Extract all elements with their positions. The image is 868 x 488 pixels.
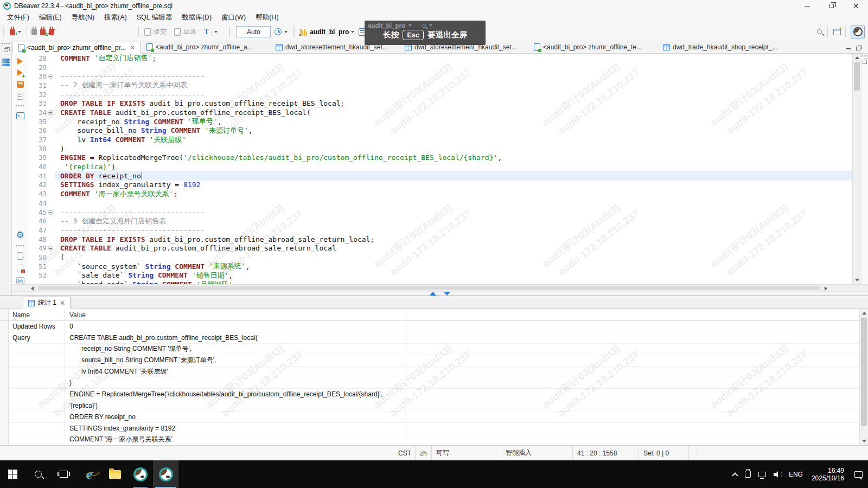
- grid-row[interactable]: ORDER BY receipt_no: [0, 412, 859, 423]
- fold-collapse-icon[interactable]: [48, 210, 53, 215]
- file-explorer-button[interactable]: [102, 460, 127, 488]
- fold-collapse-icon[interactable]: [48, 74, 53, 79]
- editor-vertical-scrollbar[interactable]: [852, 54, 861, 284]
- commit-icon[interactable]: [144, 28, 151, 36]
- start-button[interactable]: [0, 460, 25, 488]
- scrollbar-thumb[interactable]: [38, 286, 820, 290]
- minimize-button[interactable]: [795, 0, 819, 12]
- language-indicator[interactable]: ENG: [785, 460, 807, 488]
- column-header-name[interactable]: Name: [9, 309, 65, 320]
- minimize-editor-icon[interactable]: [846, 48, 851, 49]
- scroll-down-arrow[interactable]: [862, 440, 866, 442]
- network-tray-icon[interactable]: [755, 460, 770, 488]
- scroll-up-arrow[interactable]: [862, 312, 866, 314]
- connection-selector[interactable]: audit_bi_pro: [310, 28, 349, 36]
- editor-tab-1[interactable]: <audit_bi_pro> zhumr_offline_a...: [141, 41, 270, 53]
- execute-statement-icon[interactable]: [17, 58, 23, 65]
- grid-row[interactable]: Updated Rows0: [0, 321, 859, 332]
- grid-row[interactable]: source_bill_no String COMMENT '来源订单号',: [0, 355, 859, 367]
- export-script-icon[interactable]: [17, 252, 23, 260]
- transaction-log-icon[interactable]: [275, 28, 282, 35]
- editor-horizontal-scrollbar[interactable]: [12, 284, 868, 291]
- scrollbar-thumb[interactable]: [861, 318, 867, 426]
- grid-row[interactable]: COMMENT '海一家小票号关联关系': [0, 434, 859, 445]
- grid-row[interactable]: ENGINE = ReplicatedMergeTree('/clickhous…: [0, 389, 859, 400]
- menu-item-7[interactable]: 帮助(H): [251, 13, 283, 22]
- menu-item-2[interactable]: 导航(N): [67, 13, 99, 22]
- maximize-editor-icon[interactable]: [430, 292, 436, 296]
- grid-row[interactable]: QueryCREATE TABLE audit_bi_pro.custom_of…: [0, 332, 859, 344]
- rollback-icon[interactable]: [174, 28, 181, 36]
- open-console-icon[interactable]: >_: [16, 112, 24, 119]
- open-perspective-icon[interactable]: [833, 29, 841, 35]
- volume-tray-icon[interactable]: [770, 460, 785, 488]
- transaction-dropdown[interactable]: [214, 31, 218, 33]
- grid-row[interactable]: receipt_no String COMMENT '现单号',: [0, 344, 859, 355]
- editor-tab-0[interactable]: <audit_bi_pro> zhumr_offline_pr...✕: [12, 42, 141, 54]
- taskbar-clock[interactable]: 16:49 2025/10/16: [807, 467, 849, 482]
- restore-button[interactable]: [819, 0, 844, 12]
- restore-editor-icon[interactable]: [856, 47, 860, 50]
- grid-row[interactable]: lv Int64 COMMENT '关联层级': [0, 367, 859, 378]
- commit-button[interactable]: 提交: [154, 27, 167, 36]
- menu-item-6[interactable]: 窗口(W): [216, 13, 251, 22]
- menu-item-3[interactable]: 搜索(A): [99, 13, 132, 22]
- transaction-log-dropdown[interactable]: [284, 31, 288, 33]
- maximize-results-icon[interactable]: [444, 292, 450, 296]
- rollback-button[interactable]: 回滚: [183, 27, 196, 36]
- internet-explorer-button[interactable]: e: [76, 460, 102, 488]
- scroll-up-arrow[interactable]: [855, 56, 859, 59]
- new-connection-dropdown[interactable]: [18, 31, 21, 33]
- scroll-left-arrow[interactable]: [31, 286, 34, 291]
- close-tab-icon[interactable]: ✕: [130, 44, 135, 52]
- editor-tab-4[interactable]: <audit_bi_pro> zhumr_offline_te...: [528, 41, 658, 53]
- sql-code-editor[interactable]: 28COMMENT '自定义门店销售';2930----------------…: [28, 54, 852, 284]
- grid-row[interactable]: ): [0, 377, 859, 389]
- transaction-mode-icon[interactable]: T⋮: [204, 28, 213, 36]
- connection-dropdown[interactable]: [351, 31, 354, 33]
- new-connection-icon[interactable]: +: [10, 29, 15, 35]
- database-connection-icon[interactable]: [300, 28, 307, 36]
- menu-item-5[interactable]: 数据库(D): [177, 13, 216, 22]
- scroll-down-arrow[interactable]: [855, 279, 859, 281]
- usb-tray-icon[interactable]: [741, 460, 755, 488]
- dbeaver-active-taskbar-button[interactable]: [153, 460, 178, 488]
- settings-gear-icon[interactable]: ⚙: [16, 230, 24, 240]
- menu-item-1[interactable]: 编辑(E): [34, 13, 67, 22]
- column-header-value[interactable]: Value: [65, 309, 405, 320]
- scrollbar-thumb[interactable]: [854, 62, 860, 91]
- fold-collapse-icon[interactable]: [48, 246, 53, 251]
- scroll-right-arrow[interactable]: [825, 286, 827, 291]
- show-hidden-icons-chevron[interactable]: [729, 460, 741, 488]
- line-number: 50: [28, 253, 47, 261]
- execute-script-icon[interactable]: [17, 81, 24, 88]
- restore-panel-icon[interactable]: [863, 60, 867, 64]
- disconnect-icon[interactable]: [49, 29, 54, 35]
- close-tab-icon[interactable]: ✕: [60, 299, 65, 307]
- parameters-icon[interactable]: (x): [16, 277, 24, 284]
- dbeaver-perspective-button[interactable]: [851, 25, 865, 38]
- explain-plan-icon[interactable]: [17, 93, 23, 100]
- close-button[interactable]: ✕: [844, 0, 868, 12]
- menu-item-0[interactable]: 文件(F): [2, 13, 34, 22]
- grid-row[interactable]: SETTINGS index_granularity = 8192: [0, 423, 859, 434]
- statistics-tab[interactable]: 统计 1 ✕: [23, 297, 71, 309]
- dbeaver-taskbar-button[interactable]: [127, 460, 153, 488]
- task-view-button[interactable]: [51, 460, 76, 488]
- editor-results-sash[interactable]: [12, 291, 868, 296]
- execute-new-tab-icon[interactable]: [17, 69, 23, 76]
- fold-collapse-icon[interactable]: [48, 110, 53, 115]
- action-center-icon[interactable]: [854, 471, 863, 478]
- grid-row[interactable]: '{replica}'): [0, 400, 859, 412]
- menu-item-4[interactable]: SQL 编辑器: [132, 13, 177, 22]
- results-vertical-scrollbar[interactable]: [859, 309, 868, 445]
- connect-icon[interactable]: [31, 29, 37, 35]
- database-navigator-icon[interactable]: [2, 59, 10, 66]
- taskbar-search-button[interactable]: [25, 460, 51, 488]
- search-icon[interactable]: [817, 29, 822, 34]
- reconnect-icon[interactable]: ↻: [40, 29, 46, 35]
- restore-panel-icon[interactable]: [4, 48, 8, 52]
- autocommit-select[interactable]: Auto: [236, 26, 271, 37]
- script-errors-icon[interactable]: [17, 265, 23, 272]
- editor-tab-5[interactable]: dwd_trade_hkaudit_shop_receipt_...: [658, 41, 787, 53]
